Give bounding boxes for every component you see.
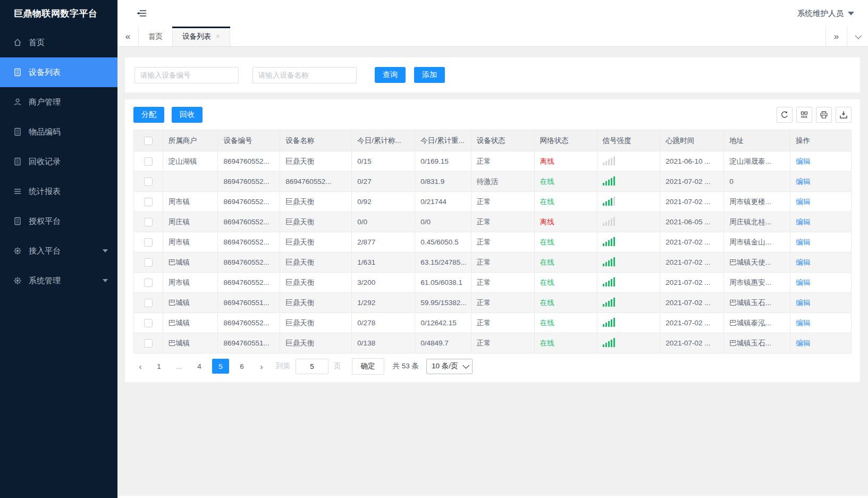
cell-heartbeat: 2021-06-05 ... — [660, 212, 724, 232]
page-button-6[interactable]: 6 — [234, 359, 249, 374]
edit-link[interactable]: 编辑 — [796, 278, 810, 286]
edit-link[interactable]: 编辑 — [796, 319, 810, 327]
cell-device_status: 正常 — [471, 313, 534, 333]
search-panel: 查询 添加 — [125, 57, 860, 92]
main-area: 系统维护人员 « 首页 设备列表 × » 查 — [117, 0, 868, 498]
confirm-button[interactable]: 确定 — [352, 358, 384, 375]
net-status-badge: 在线 — [540, 178, 554, 185]
signal-strength-icon — [603, 237, 615, 246]
cell-device_no: 8694760551... — [218, 293, 280, 313]
sidebar: 巨鼎物联网数字平台 首页 设备列表 商户管理 — [0, 0, 117, 498]
sidebar-item-merchant[interactable]: 商户管理 — [0, 87, 117, 117]
row-checkbox[interactable] — [144, 178, 153, 186]
cell-device_status: 正常 — [471, 252, 534, 273]
cell-heartbeat: 2021-06-10 ... — [660, 151, 724, 172]
edit-link[interactable]: 编辑 — [796, 218, 810, 226]
column-header: 所属商户 — [163, 130, 218, 151]
close-icon[interactable]: × — [216, 33, 220, 40]
edit-link[interactable]: 编辑 — [796, 178, 810, 185]
signal-strength-icon — [603, 257, 615, 266]
sidebar-item-recycle-record[interactable]: 回收记录 — [0, 147, 117, 176]
cell-today_count: 1/631 — [352, 252, 415, 273]
edit-link[interactable]: 编辑 — [796, 258, 810, 266]
signal-strength-icon — [603, 337, 615, 347]
row-checkbox[interactable] — [144, 258, 153, 267]
sidebar-item-access-platform[interactable]: 接入平台 — [0, 236, 117, 266]
device-table-panel: 分配 回收 — [125, 99, 860, 382]
goto-page-input[interactable] — [296, 359, 328, 374]
cell-today_count: 0/92 — [352, 192, 415, 212]
refresh-icon[interactable] — [777, 107, 793, 123]
page-button-4[interactable]: 4 — [192, 359, 207, 374]
tab-device-list[interactable]: 设备列表 × — [173, 27, 230, 46]
signal-strength-icon — [603, 176, 615, 185]
sidebar-item-home[interactable]: 首页 — [0, 28, 117, 57]
row-checkbox[interactable] — [144, 319, 153, 327]
row-checkbox[interactable] — [144, 339, 153, 348]
cell-today_weight: 0/4849.7 — [415, 333, 471, 353]
cell-device_status: 待激活 — [471, 172, 534, 192]
select-all-checkbox[interactable] — [144, 137, 153, 145]
edit-link[interactable]: 编辑 — [796, 198, 810, 206]
cell-signal — [597, 313, 660, 333]
tabs-scroll-right-icon[interactable]: » — [825, 27, 847, 46]
row-checkbox[interactable] — [144, 157, 153, 166]
cell-action: 编辑 — [790, 232, 852, 252]
print-icon[interactable] — [816, 107, 832, 123]
row-checkbox[interactable] — [144, 218, 153, 226]
page-word: 页 — [334, 361, 341, 371]
next-page-icon[interactable]: › — [255, 359, 268, 374]
device-no-input[interactable] — [134, 67, 239, 83]
cell-device_name: 巨鼎天衡 — [280, 252, 352, 273]
table-row: 巴城镇8694760551...巨鼎天衡0/1380/4849.7正常在线202… — [134, 333, 852, 353]
row-select-cell — [134, 252, 163, 273]
sidebar-item-item-code[interactable]: 物品编码 — [0, 117, 117, 147]
page-size-select[interactable]: 10 条/页 — [426, 359, 473, 374]
download-icon[interactable] — [836, 107, 852, 123]
user-menu[interactable]: 系统维护人员 — [797, 9, 854, 19]
sidebar-item-system-manage[interactable]: 系统管理 — [0, 266, 117, 296]
cell-merchant: 巴城镇 — [163, 313, 218, 333]
query-button[interactable]: 查询 — [375, 67, 406, 83]
column-header: 地址 — [724, 130, 790, 151]
edit-link[interactable]: 编辑 — [796, 299, 810, 307]
tabs-menu-icon[interactable] — [847, 27, 868, 46]
table-row: 周市镇8694760552...巨鼎天衡0/920/21744正常在线2021-… — [134, 192, 852, 212]
cell-action: 编辑 — [790, 293, 852, 313]
edit-link[interactable]: 编辑 — [796, 238, 810, 246]
assign-button[interactable]: 分配 — [133, 107, 164, 123]
row-checkbox[interactable] — [144, 238, 153, 247]
cell-today_count: 2/877 — [352, 232, 415, 252]
row-checkbox[interactable] — [144, 278, 153, 287]
cell-net_status: 在线 — [534, 313, 597, 333]
pagination: ‹ 1...456 › 到第 页 确定 共 53 条 10 条/页 — [133, 353, 852, 379]
columns-icon[interactable] — [796, 107, 812, 123]
sidebar-item-device-list[interactable]: 设备列表 — [0, 57, 117, 87]
sidebar-item-report[interactable]: 统计报表 — [0, 176, 117, 206]
goto-label: 到第 — [276, 361, 290, 371]
tab-home[interactable]: 首页 — [139, 27, 173, 46]
cell-signal — [597, 333, 660, 353]
row-checkbox[interactable] — [144, 198, 153, 206]
authorize-icon — [13, 216, 22, 226]
prev-page-icon[interactable]: ‹ — [133, 359, 147, 374]
page-button-1[interactable]: 1 — [151, 359, 166, 374]
edit-link[interactable]: 编辑 — [796, 339, 810, 347]
tabs-scroll-left-icon[interactable]: « — [117, 27, 139, 46]
cell-today_weight: 61.05/6038.1 — [415, 273, 471, 293]
sidebar-menu: 首页 设备列表 商户管理 物品编码 — [0, 28, 117, 296]
cell-device_no: 8694760552... — [218, 212, 280, 232]
edit-link[interactable]: 编辑 — [796, 157, 810, 165]
row-checkbox[interactable] — [144, 299, 153, 307]
table-row: 周市镇8694760552...巨鼎天衡3/20061.05/6038.1正常在… — [134, 273, 852, 293]
sidebar-item-authorize[interactable]: 授权平台 — [0, 206, 117, 236]
signal-strength-icon — [603, 297, 615, 307]
page-button-5[interactable]: 5 — [212, 359, 229, 374]
cell-today_count: 0/27 — [352, 172, 415, 192]
sidebar-toggle-icon[interactable] — [137, 9, 148, 18]
recycle-button[interactable]: 回收 — [172, 107, 203, 123]
add-button[interactable]: 添加 — [414, 67, 445, 83]
cell-net_status: 在线 — [534, 252, 597, 273]
tab-label: 首页 — [148, 32, 163, 41]
device-name-input[interactable] — [252, 67, 357, 83]
